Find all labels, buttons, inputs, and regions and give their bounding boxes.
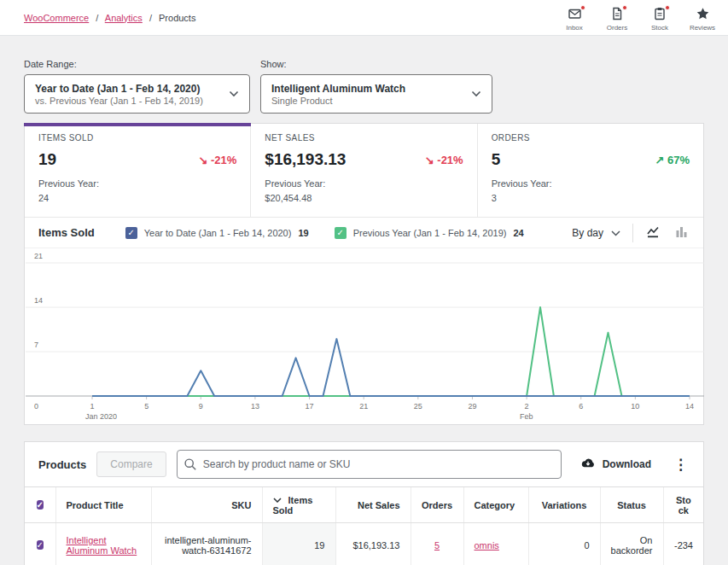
select-all-checkbox[interactable]: ✓ bbox=[37, 500, 44, 510]
interval-value: By day bbox=[572, 227, 603, 239]
stat-card-orders[interactable]: ORDERS 5 ↗ 67% Previous Year: 3 bbox=[478, 124, 703, 217]
breadcrumb: WooCommerce / Analytics / Products bbox=[24, 13, 195, 23]
activity-label: Stock bbox=[651, 24, 668, 32]
sku-cell: intelligent-aluminum-watch-63141672 bbox=[151, 523, 262, 565]
stat-label: NET SALES bbox=[265, 133, 463, 143]
activity-label: Inbox bbox=[566, 24, 583, 32]
date-range-select[interactable]: Year to Date (Jan 1 - Feb 14, 2020) vs. … bbox=[24, 74, 250, 114]
download-label: Download bbox=[603, 458, 651, 470]
items-sold-chart[interactable]: 0714211Jan 20205913172125292Feb61014 bbox=[25, 248, 703, 424]
legend-item-previous-year[interactable]: ✓ Previous Year (Jan 1 - Feb 14, 2019) 2… bbox=[335, 227, 524, 239]
svg-text:14: 14 bbox=[685, 402, 694, 411]
svg-text:1: 1 bbox=[90, 402, 94, 411]
activity-panel: Inbox Orders Stock Reviews bbox=[557, 4, 719, 32]
legend-label: Year to Date (Jan 1 - Feb 14, 2020) bbox=[144, 228, 292, 238]
show-product-select[interactable]: Intelligent Aluminum Watch Single Produc… bbox=[260, 74, 492, 114]
table-header-row: ✓ Product Title SKU Items Sold Net Sales… bbox=[25, 487, 703, 523]
download-button[interactable]: Download bbox=[575, 457, 656, 473]
unread-badge bbox=[665, 5, 670, 10]
stat-previous: Previous Year: 3 bbox=[492, 177, 690, 206]
chevron-down-icon bbox=[611, 227, 620, 239]
compare-button[interactable]: Compare bbox=[96, 451, 166, 477]
activity-reviews-button[interactable]: Reviews bbox=[685, 4, 719, 32]
unread-badge bbox=[580, 5, 585, 10]
column-header-category[interactable]: Category bbox=[463, 487, 528, 523]
breadcrumb-analytics-link[interactable]: Analytics bbox=[105, 13, 143, 23]
trend-down-indicator: ↘ -21% bbox=[425, 154, 463, 166]
svg-text:Feb: Feb bbox=[520, 412, 533, 421]
column-header-stock[interactable]: Stock bbox=[663, 487, 703, 523]
products-table: ✓ Product Title SKU Items Sold Net Sales… bbox=[25, 486, 703, 565]
orders-count-link[interactable]: 5 bbox=[434, 540, 440, 550]
legend-total: 24 bbox=[513, 228, 523, 238]
date-range-comparison: vs. Previous Year (Jan 1 - Feb 14, 2019) bbox=[35, 96, 203, 106]
stat-card-items-sold[interactable]: ITEMS SOLD 19 ↘ -21% Previous Year: 24 bbox=[25, 124, 251, 217]
activity-stock-button[interactable]: Stock bbox=[643, 4, 677, 32]
column-header-net-sales[interactable]: Net Sales bbox=[335, 487, 411, 523]
arrow-down-right-icon: ↘ bbox=[198, 154, 207, 166]
activity-label: Reviews bbox=[690, 24, 715, 32]
arrow-down-right-icon: ↘ bbox=[425, 154, 434, 166]
svg-text:0: 0 bbox=[34, 402, 38, 411]
status-cell: On backorder bbox=[600, 523, 663, 565]
sort-desc-chevron-icon bbox=[273, 494, 284, 504]
row-checkbox[interactable]: ✓ bbox=[37, 540, 44, 550]
column-header-sku[interactable]: SKU bbox=[151, 487, 262, 523]
orders-page-icon bbox=[610, 7, 624, 21]
divider bbox=[632, 224, 633, 242]
activity-inbox-button[interactable]: Inbox bbox=[557, 4, 591, 32]
interval-select[interactable]: By day bbox=[572, 227, 620, 239]
product-title-link[interactable]: Intelligent Aluminum Watch bbox=[67, 535, 137, 556]
column-header-orders[interactable]: Orders bbox=[411, 487, 463, 523]
inbox-envelope-icon bbox=[568, 7, 582, 21]
svg-text:9: 9 bbox=[199, 402, 203, 411]
stat-card-net-sales[interactable]: NET SALES $16,193.13 ↘ -21% Previous Yea… bbox=[251, 124, 477, 217]
admin-top-bar: WooCommerce / Analytics / Products Inbox… bbox=[0, 0, 728, 36]
svg-text:6: 6 bbox=[579, 402, 583, 411]
svg-text:Jan 2020: Jan 2020 bbox=[85, 412, 117, 421]
column-header-status[interactable]: Status bbox=[600, 487, 663, 523]
breadcrumb-current-page: Products bbox=[159, 13, 195, 23]
column-header-product-title[interactable]: Product Title bbox=[55, 487, 151, 523]
svg-text:25: 25 bbox=[414, 402, 422, 411]
bar-chart-type-button[interactable] bbox=[673, 224, 690, 242]
svg-text:21: 21 bbox=[34, 252, 43, 260]
products-table-panel: Products Compare Download ⋮ bbox=[24, 441, 704, 565]
chart-canvas[interactable]: 0714211Jan 20205913172125292Feb61014 bbox=[26, 251, 704, 422]
legend-item-year-to-date[interactable]: ✓ Year to Date (Jan 1 - Feb 14, 2020) 19 bbox=[125, 227, 309, 239]
stat-previous: Previous Year: 24 bbox=[38, 177, 236, 206]
checkbox-checked-icon[interactable]: ✓ bbox=[125, 227, 137, 239]
chevron-down-icon bbox=[229, 88, 239, 100]
summary-stats: ITEMS SOLD 19 ↘ -21% Previous Year: 24 N… bbox=[25, 124, 703, 217]
column-header-variations[interactable]: Variations bbox=[528, 487, 600, 523]
stat-value: $16,193.13 bbox=[265, 150, 346, 169]
category-link[interactable]: omnis bbox=[475, 540, 499, 550]
column-header-items-sold[interactable]: Items Sold bbox=[262, 487, 335, 523]
product-search bbox=[177, 450, 562, 479]
line-chart-type-button[interactable] bbox=[645, 224, 661, 242]
svg-text:5: 5 bbox=[144, 402, 149, 411]
stat-previous: Previous Year: $20,454.48 bbox=[265, 177, 463, 206]
activity-orders-button[interactable]: Orders bbox=[600, 4, 634, 32]
date-range-value: Year to Date (Jan 1 - Feb 14, 2020) bbox=[35, 82, 203, 96]
date-range-label: Date Range: bbox=[24, 59, 250, 69]
variations-cell: 0 bbox=[528, 523, 600, 565]
activity-label: Orders bbox=[607, 24, 627, 32]
table-title: Products bbox=[38, 458, 86, 471]
svg-text:21: 21 bbox=[359, 402, 368, 411]
line-chart-icon bbox=[647, 228, 660, 241]
checkbox-checked-icon[interactable]: ✓ bbox=[335, 227, 347, 239]
breadcrumb-woocommerce-link[interactable]: WooCommerce bbox=[24, 13, 89, 23]
items-sold-cell: 19 bbox=[262, 523, 335, 565]
more-options-kebab-icon[interactable]: ⋮ bbox=[667, 456, 695, 474]
unread-badge bbox=[622, 5, 627, 10]
report-filters: Date Range: Year to Date (Jan 1 - Feb 14… bbox=[24, 59, 704, 114]
show-value: Intelligent Aluminum Watch bbox=[271, 82, 405, 96]
table-row: ✓ Intelligent Aluminum Watch intelligent… bbox=[25, 523, 703, 565]
net-sales-cell: $16,193.13 bbox=[335, 523, 411, 565]
stat-label: ITEMS SOLD bbox=[38, 133, 236, 143]
breadcrumb-separator: / bbox=[149, 13, 152, 23]
search-input[interactable] bbox=[177, 450, 562, 479]
show-label: Show: bbox=[260, 59, 492, 69]
reviews-star-icon bbox=[696, 7, 710, 21]
